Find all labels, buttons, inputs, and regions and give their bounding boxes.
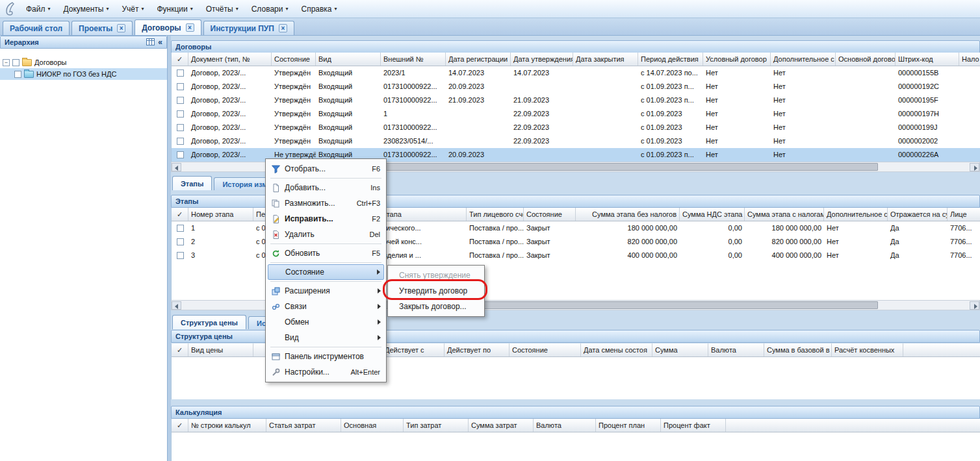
submenu-item-close-contract[interactable]: Закрыть договор... [390, 299, 482, 314]
row-checkbox[interactable] [177, 238, 184, 245]
tree-checkbox[interactable] [14, 71, 21, 78]
tab-close-icon[interactable]: × [279, 24, 287, 32]
column-header[interactable]: Основная [341, 419, 404, 432]
menu-item-view[interactable]: Вид [268, 330, 384, 345]
column-header[interactable]: Вид цены [188, 343, 253, 356]
scroll-left-arrow-icon[interactable] [172, 301, 181, 310]
tab-contracts[interactable]: Договоры× [135, 19, 201, 35]
column-header[interactable]: Внешний № [381, 53, 446, 66]
column-header[interactable]: ✓ [172, 419, 188, 432]
column-header[interactable]: Номер этапа [188, 208, 253, 221]
column-header[interactable]: Сумма [652, 343, 708, 356]
tab-projects[interactable]: Проекты× [71, 21, 133, 35]
scroll-right-arrow-icon[interactable] [970, 301, 979, 310]
table-row[interactable]: Договор, 2023/...УтверждёнВходящий230823… [172, 134, 980, 148]
tab-close-icon[interactable]: × [186, 23, 194, 32]
column-header[interactable]: Период действия [638, 53, 703, 66]
tab-price-structure[interactable]: Структура цены [172, 315, 246, 329]
column-header[interactable]: Состояние [524, 208, 576, 221]
column-header[interactable]: Валюта [708, 343, 764, 356]
menubar-item[interactable]: Учёт▾ [115, 0, 150, 18]
menubar-item[interactable]: Файл▾ [19, 0, 57, 18]
table-row[interactable]: Договор, 2023/...УтверждёнВходящий017310… [172, 93, 980, 107]
column-header[interactable]: Дополнительное с [771, 53, 836, 66]
column-header[interactable]: Сумма НДС этапа [680, 208, 745, 221]
menu-item-settings[interactable]: Настройки...Alt+Enter [268, 364, 384, 380]
column-header[interactable]: Условный договор [703, 53, 771, 66]
menubar-item[interactable]: Справка▾ [294, 0, 343, 18]
column-header[interactable]: Документ (тип, № [188, 53, 272, 66]
column-header[interactable]: Нало [959, 53, 980, 66]
menu-item-state[interactable]: Состояние [268, 264, 384, 280]
column-header[interactable]: № строки калькул [188, 419, 266, 432]
column-header[interactable]: Процент план [596, 419, 661, 432]
hierarchy-view-icon[interactable] [146, 38, 155, 47]
menu-item-refresh[interactable]: ОбновитьF5 [268, 245, 384, 261]
column-header[interactable]: Основной договор [836, 53, 896, 66]
menu-item-toolbar[interactable]: Панель инструментов [268, 349, 384, 364]
column-header[interactable]: Валюта [534, 419, 596, 432]
column-header[interactable]: Статья затрат [266, 419, 341, 432]
row-checkbox[interactable] [177, 138, 184, 145]
tab-desktop[interactable]: Рабочий стол [3, 21, 70, 35]
menu-item-links[interactable]: Связи [268, 299, 384, 314]
menubar-item[interactable]: Функции▾ [150, 0, 199, 18]
column-header[interactable]: Тип затрат [404, 419, 469, 432]
tab-pup-instructions[interactable]: Инструкции ПУП× [203, 21, 294, 35]
table-row[interactable]: Договор, 2023/...УтверждёнВходящий017310… [172, 121, 980, 134]
table-row[interactable]: Договор, 2023/...УтверждёнВходящий017310… [172, 80, 980, 93]
column-header[interactable]: Тип лицевого счёт [467, 208, 524, 221]
row-checkbox[interactable] [177, 225, 184, 232]
menu-item-filter[interactable]: Отобрать...F6 [268, 161, 384, 177]
column-header[interactable]: Сумма затрат [469, 419, 534, 432]
column-header[interactable]: Расчёт косвенных [832, 343, 903, 356]
column-header[interactable]: Сумма этапа без налогов [576, 208, 680, 221]
scroll-right-arrow-icon[interactable] [970, 163, 979, 171]
column-header[interactable]: Действует с [382, 343, 445, 356]
row-checkbox[interactable] [177, 110, 184, 118]
table-row[interactable]: Договор, 2023/...УтверждёнВходящий2023/1… [172, 66, 980, 80]
menu-item-exchange[interactable]: Обмен [268, 314, 384, 330]
collapse-panel-icon[interactable]: « [158, 38, 162, 47]
column-header[interactable]: Дата регистрации [446, 53, 511, 66]
column-header[interactable]: Дата смены состоя [581, 343, 652, 356]
row-checkbox[interactable] [177, 97, 184, 104]
menu-item-extensions[interactable]: Расширения [268, 283, 384, 299]
menubar-item[interactable]: Документы▾ [57, 0, 116, 18]
row-checkbox[interactable] [177, 124, 184, 131]
menubar-item[interactable]: Отчёты▾ [200, 0, 245, 18]
column-header[interactable]: Дата утверждения [511, 53, 573, 66]
tab-close-icon[interactable]: × [117, 24, 125, 32]
menu-item-edit[interactable]: Исправить...F2 [268, 211, 384, 227]
column-header[interactable]: Состояние [272, 53, 316, 66]
row-checkbox[interactable] [177, 252, 184, 259]
column-header[interactable]: Дополнительное с [824, 208, 888, 221]
column-header[interactable]: Сумма этапа с налогами [745, 208, 824, 221]
tree-checkbox[interactable] [12, 59, 19, 66]
column-header[interactable]: Сумма в базовой в [764, 343, 832, 356]
table-row[interactable]: Договор, 2023/...УтверждёнВходящий122.09… [172, 107, 980, 121]
column-header[interactable]: Действует по [445, 343, 509, 356]
scroll-left-arrow-icon[interactable] [172, 163, 181, 171]
column-header[interactable]: ✓ [172, 343, 188, 356]
column-header[interactable]: Состояние [509, 343, 581, 356]
tab-stages[interactable]: Этапы [172, 176, 212, 190]
row-checkbox[interactable] [177, 151, 184, 158]
menu-item-duplicate[interactable]: Размножить...Ctrl+F3 [268, 195, 384, 211]
column-header[interactable]: Штрих-код [896, 53, 959, 66]
column-header[interactable]: Вид [316, 53, 381, 66]
column-header[interactable]: ✓ [172, 53, 188, 66]
tree-expander-icon[interactable]: − [3, 59, 10, 66]
column-header[interactable]: ✓ [172, 208, 188, 221]
row-checkbox[interactable] [177, 83, 184, 90]
submenu-item-approve-contract[interactable]: Утвердить договор [390, 283, 482, 299]
column-header[interactable]: Отражается на су [888, 208, 948, 221]
column-header[interactable]: Дата закрытия [573, 53, 638, 66]
menu-item-add[interactable]: Добавить...Ins [268, 180, 384, 195]
column-header[interactable]: Лице [948, 208, 980, 221]
tree-item[interactable]: −Договоры [0, 56, 167, 68]
row-checkbox[interactable] [177, 69, 184, 77]
menu-item-delete[interactable]: УдалитьDel [268, 227, 384, 242]
tree-item[interactable]: НИОКР по ГОЗ без НДС [0, 68, 167, 80]
column-header[interactable]: Процент факт [661, 419, 726, 432]
